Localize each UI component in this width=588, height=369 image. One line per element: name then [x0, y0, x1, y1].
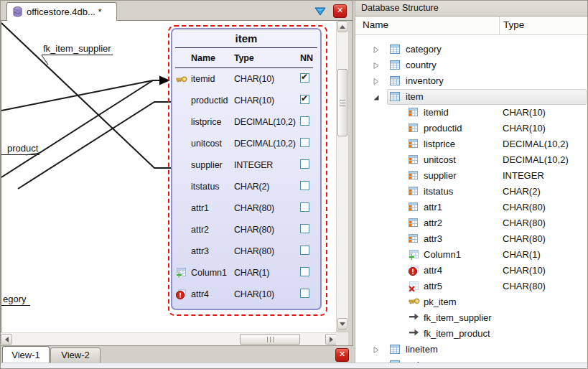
table-icon — [390, 76, 400, 85]
scroll-down-button[interactable] — [337, 318, 347, 330]
tree-item-supplier[interactable]: supplierINTEGER — [355, 168, 588, 184]
entity-column-row[interactable]: supplierINTEGER — [172, 154, 320, 176]
entity-title[interactable]: item — [172, 29, 320, 47]
close-icon[interactable]: ✕ — [335, 348, 349, 362]
tree-item-listprice[interactable]: listpriceDECIMAL(10,2) — [355, 136, 588, 152]
tree-item-type: CHAR(80) — [503, 279, 546, 294]
tree-item-label: Column1 — [424, 247, 461, 263]
tree-item-Column1[interactable]: Column1CHAR(1) — [355, 247, 588, 263]
tab-view-2[interactable]: View-2 — [50, 347, 101, 363]
tree-item-unitcost[interactable]: unitcostDECIMAL(10,2) — [355, 152, 588, 168]
horizontal-scroll-thumb[interactable] — [240, 334, 300, 345]
not-null-checkbox[interactable] — [300, 138, 309, 147]
tree-item-attr4[interactable]: attr4CHAR(10) — [355, 263, 588, 279]
entity-column-row[interactable]: itemidCHAR(10) — [172, 68, 320, 90]
header-nn: NN — [300, 53, 317, 63]
not-null-checkbox[interactable] — [300, 116, 309, 126]
tree-item-type: CHAR(80) — [503, 231, 546, 247]
column-type: CHAR(10) — [234, 289, 300, 299]
tree-item-fk_item_supplier[interactable]: fk_item_supplier — [355, 310, 588, 326]
not-null-checkbox[interactable] — [300, 267, 309, 276]
foreign-key-icon — [409, 313, 419, 320]
not-null-checkbox[interactable] — [300, 202, 309, 212]
tree-item-attr2[interactable]: attr2CHAR(80) — [355, 215, 588, 231]
not-null-checkbox[interactable] — [300, 159, 309, 169]
blue-down-triangle-icon[interactable] — [314, 6, 326, 17]
tab-officestore[interactable]: officestore.4db... * — [6, 2, 117, 21]
scroll-up-button[interactable] — [337, 21, 347, 32]
entity-column-row[interactable]: attr1CHAR(80) — [172, 197, 320, 219]
tree-item-country[interactable]: country — [355, 57, 588, 73]
tree-item-lineitem[interactable]: lineitem — [355, 342, 588, 358]
column-header-type[interactable]: Type — [503, 19, 524, 30]
not-null-checkbox[interactable] — [300, 95, 309, 104]
scroll-left-button[interactable] — [1, 334, 12, 345]
column-name: Column1 — [191, 268, 234, 278]
tree-item-itstatus[interactable]: itstatusCHAR(2) — [355, 184, 588, 200]
entity-column-row[interactable]: attr2CHAR(80) — [172, 219, 320, 240]
header-type: Type — [234, 53, 300, 63]
expander-collapsed — [373, 78, 380, 85]
tree-item-category[interactable]: category — [355, 42, 588, 57]
not-null-checkbox[interactable] — [300, 73, 309, 83]
tree-item-inventory[interactable]: inventory — [355, 73, 588, 89]
column-divider[interactable] — [499, 17, 500, 34]
scrollbar-corner — [336, 332, 348, 345]
tree-item-itemid[interactable]: itemidCHAR(10) — [355, 105, 588, 121]
relation-label-category[interactable]: egory — [1, 294, 30, 306]
entity-column-row[interactable]: productidCHAR(10) — [172, 90, 320, 111]
not-null-checkbox[interactable] — [300, 181, 309, 190]
tree-item-attr3[interactable]: attr3CHAR(80) — [355, 231, 588, 247]
close-icon[interactable]: ✕ — [333, 4, 347, 18]
tree-item-label: unitcost — [424, 152, 456, 168]
expander-collapsed-icon[interactable] — [373, 46, 381, 53]
diagram-canvas[interactable]: fk_item_supplier product egory item Name… — [1, 21, 336, 332]
editor-tab-title: officestore.4db... * — [27, 6, 102, 17]
expander-collapsed-icon[interactable] — [373, 62, 381, 69]
expander-collapsed-icon[interactable] — [373, 346, 381, 353]
entity-column-row[interactable]: Column1CHAR(1) — [172, 262, 320, 284]
not-null-checkbox[interactable] — [300, 289, 309, 298]
entity-column-row[interactable]: listpriceDECIMAL(10,2) — [172, 111, 320, 133]
column-type: CHAR(10) — [234, 74, 300, 84]
relation-label-fk-item-supplier[interactable]: fk_item_supplier — [42, 43, 113, 55]
column-icon — [409, 108, 418, 116]
not-null-checkbox[interactable] — [300, 246, 309, 255]
column-icon — [409, 155, 418, 164]
entity-column-row[interactable]: attr4CHAR(10) — [172, 284, 320, 305]
expander-collapsed-icon[interactable] — [373, 78, 381, 85]
tab-view-1[interactable]: View-1 — [2, 346, 50, 363]
tree-item-pk_item[interactable]: pk_item — [355, 294, 588, 310]
tree-item-productid[interactable]: productidCHAR(10) — [355, 121, 588, 136]
tree-item-label: country — [406, 57, 437, 73]
tree-item-label: supplier — [424, 168, 457, 184]
column-name: attr4 — [191, 289, 234, 299]
tree-column-header[interactable]: Name Type — [355, 17, 588, 35]
vertical-scrollbar[interactable] — [336, 21, 348, 330]
horizontal-scrollbar[interactable] — [1, 332, 337, 345]
foreign-key-icon — [409, 329, 419, 336]
expander-expanded-icon[interactable] — [373, 93, 381, 101]
foreign-key-icon — [409, 313, 419, 320]
tree-item-label: attr2 — [424, 215, 442, 231]
column-header-name[interactable]: Name — [363, 19, 388, 30]
expander-collapsed — [373, 346, 380, 354]
entity-column-row[interactable]: itstatusCHAR(2) — [172, 176, 320, 197]
primary-key-icon — [176, 75, 187, 83]
entity-item-table[interactable]: item Name Type NN itemidCHAR(10)producti… — [171, 28, 322, 310]
vertical-scroll-thumb[interactable] — [337, 69, 347, 136]
tree-item-attr5[interactable]: attr5CHAR(80) — [355, 279, 588, 294]
entity-column-row[interactable]: attr3CHAR(80) — [172, 240, 320, 262]
entity-selection-frame: item Name Type NN itemidCHAR(10)producti… — [168, 25, 327, 316]
relation-label-fk-item-product[interactable]: product — [1, 143, 39, 155]
scroll-right-button[interactable] — [325, 334, 337, 345]
database-structure-tree[interactable]: categorycountryinventoryitemitemidCHAR(1… — [355, 35, 588, 369]
tree-item-attr1[interactable]: attr1CHAR(80) — [355, 200, 588, 215]
not-null-checkbox[interactable] — [300, 224, 309, 233]
blue-down-triangle-icon — [314, 6, 326, 17]
tree-item-fk_item_product[interactable]: fk_item_product — [355, 326, 588, 342]
entity-column-row[interactable]: unitcostDECIMAL(10,2) — [172, 133, 320, 154]
tree-item-item[interactable]: item — [355, 89, 588, 105]
column-icon — [409, 187, 418, 195]
table-icon — [390, 345, 400, 354]
